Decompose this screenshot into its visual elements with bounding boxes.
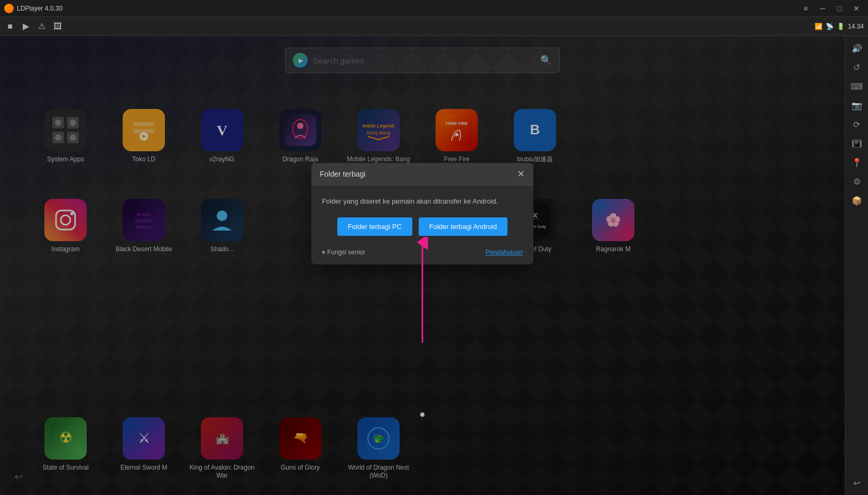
keyboard-icon[interactable]: ⌨	[849, 78, 865, 94]
back-sidebar-icon[interactable]: ↩	[849, 475, 865, 491]
minimize-button[interactable]: ─	[815, 3, 830, 14]
chevron-down-icon: ▾	[322, 249, 325, 256]
app-logo	[4, 4, 14, 13]
modal-overlay: Folder terbagi ✕ Folder yang diseret ke …	[0, 36, 845, 495]
menu-button[interactable]: ≡	[798, 3, 813, 14]
maximize-button[interactable]: □	[832, 3, 847, 14]
refresh-icon[interactable]: ↺	[849, 59, 865, 75]
modal-buttons: Folder terbagi PC Folder terbagi Android	[322, 217, 523, 236]
titlebar: LDPlayer 4.0.30 ≡ ─ □ ✕	[0, 0, 868, 17]
close-button[interactable]: ✕	[849, 3, 864, 14]
volume-icon[interactable]: 🔊	[849, 40, 865, 56]
location-icon[interactable]: 📍	[849, 154, 865, 170]
app-title: LDPlayer 4.0.30	[17, 5, 62, 12]
settings-icon[interactable]: ⚙	[849, 173, 865, 189]
apk-icon[interactable]: 📦	[849, 192, 865, 208]
camera-icon[interactable]: 📷	[849, 97, 865, 113]
wifi-icon: 📶	[815, 23, 823, 30]
modal-description: Folder yang diseret ke pemain akan ditra…	[322, 196, 523, 207]
shake-icon[interactable]: 📳	[849, 135, 865, 151]
status-bar: 📶 📡 🔋 14.34	[815, 23, 864, 30]
right-sidebar: 🔊 ↺ ⌨ 📷 ⟳ 📳 📍 ⚙ 📦 ↩	[845, 36, 868, 495]
rotate-icon[interactable]: ⟳	[849, 116, 865, 132]
fungsi-senior-link[interactable]: ▾ Fungsi senior	[322, 249, 365, 256]
modal-close-button[interactable]: ✕	[517, 169, 525, 179]
signal-icon: 📡	[826, 23, 834, 30]
quickbar: ■ ▶ ⚠ 🖼 📶 📡 🔋 14.34	[0, 17, 868, 36]
folder-pc-button[interactable]: Folder terbagi PC	[337, 217, 412, 236]
modal-title: Folder terbagi	[320, 170, 365, 178]
main-area: 🔍 System Apps	[0, 36, 868, 495]
play-icon[interactable]: ▶	[20, 21, 32, 32]
stop-icon[interactable]: ■	[4, 21, 16, 32]
warning-icon[interactable]: ⚠	[36, 21, 48, 32]
desktop: 🔍 System Apps	[0, 36, 845, 495]
window-controls: ≡ ─ □ ✕	[798, 3, 864, 14]
modal-header: Folder terbagi ✕	[311, 163, 533, 186]
time-display: 14.34	[848, 23, 864, 30]
pendahuluan-link[interactable]: Pendahuluan	[485, 249, 523, 256]
arrow-indicator	[414, 237, 430, 345]
folder-android-button[interactable]: Folder terbagi Android	[419, 217, 507, 236]
battery-icon: 🔋	[837, 23, 845, 30]
image-icon[interactable]: 🖼	[52, 21, 63, 32]
